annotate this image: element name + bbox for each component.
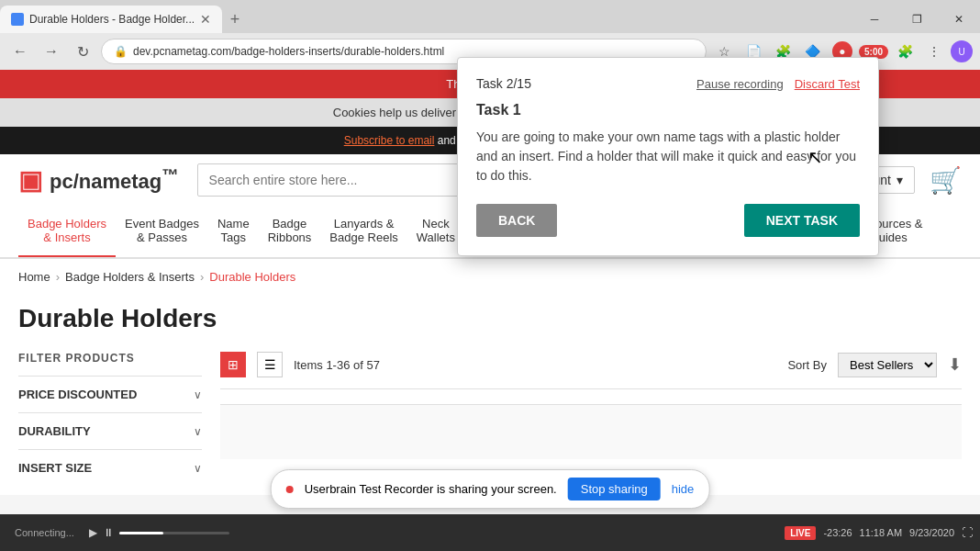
nav-link-lanyards[interactable]: Lanyards &Badge Reels <box>320 206 406 255</box>
play-icon[interactable]: ▶ <box>89 526 97 539</box>
filter-group-insert-size[interactable]: INSERT SIZE ∨ <box>18 449 202 486</box>
filter-durability-chevron: ∨ <box>194 425 202 438</box>
subscribe-link[interactable]: Subscribe to email <box>344 134 435 147</box>
back-nav-button[interactable]: ← <box>7 39 33 64</box>
screen-share-text: Userbrain Test Recorder is sharing your … <box>305 482 557 496</box>
screen-share-bar: Userbrain Test Recorder is sharing your … <box>271 469 710 509</box>
filter-title: FILTER PRODUCTS <box>18 352 202 365</box>
nav-link-badge-ribbons[interactable]: BadgeRibbons <box>259 206 321 255</box>
task-popup-header: Task 2/15 Pause recording Discard Test <box>476 76 860 91</box>
taskbar-right: LIVE -23:26 11:18 AM 9/23/2020 ⛶ <box>785 526 973 540</box>
sort-label: Sort By <box>787 358 827 372</box>
hide-link[interactable]: hide <box>672 482 695 496</box>
cart-icon[interactable]: 🛒 <box>930 165 962 196</box>
sort-select[interactable]: Best Sellers <box>838 353 937 377</box>
nav-link-name-tags[interactable]: NameTags <box>208 206 259 255</box>
product-layout: FILTER PRODUCTS PRICE DISCOUNTED ∨ DURAB… <box>18 352 962 486</box>
pause-recording-link[interactable]: Pause recording <box>696 77 784 91</box>
task-buttons: BACK NEXT TASK <box>476 204 860 237</box>
nav-link-event-badges[interactable]: Event Badges& Passes <box>116 206 208 255</box>
nav-link-badge-holders[interactable]: Badge Holders& Inserts <box>18 206 116 257</box>
forward-nav-button[interactable]: → <box>39 39 64 64</box>
nav-item-event-badges[interactable]: Event Badges& Passes <box>116 206 208 257</box>
logo-tm: ™ <box>161 165 178 185</box>
filter-durability-label: DURABILITY <box>18 424 91 438</box>
tab-title: Durable Holders - Badge Holder... <box>29 13 195 26</box>
list-view-button[interactable]: ☰ <box>257 352 283 377</box>
timer-text: -23:26 <box>823 527 852 538</box>
stop-icon[interactable]: ⏸ <box>103 526 114 539</box>
filter-sidebar: FILTER PRODUCTS PRICE DISCOUNTED ∨ DURAB… <box>18 352 202 486</box>
tab-bar: Durable Holders - Badge Holder... ✕ + ─ … <box>0 0 980 33</box>
task-title: Task 1 <box>476 102 860 118</box>
grid-view-button[interactable]: ⊞ <box>220 352 246 377</box>
puzzle-icon[interactable]: 🧩 <box>892 39 918 64</box>
filter-group-durability[interactable]: DURABILITY ∨ <box>18 412 202 449</box>
back-button[interactable]: BACK <box>476 204 557 237</box>
progress-bar[interactable] <box>119 532 229 534</box>
nav-item-name-tags[interactable]: NameTags <box>208 206 259 257</box>
share-dot-icon <box>286 486 294 493</box>
filter-insert-size-chevron: ∨ <box>194 462 202 475</box>
logo-text: pc/nametag™ <box>50 165 179 194</box>
progress-fill <box>119 532 163 534</box>
new-tab-button[interactable]: + <box>222 6 248 32</box>
filter-insert-size-label: INSERT SIZE <box>18 461 92 475</box>
user-avatar[interactable]: U <box>951 40 973 62</box>
minimize-button[interactable]: ─ <box>853 3 896 36</box>
breadcrumb-sep1: › <box>56 270 60 284</box>
page-title: Durable Holders <box>18 304 962 333</box>
breadcrumb-current: Durable Holders <box>209 270 295 284</box>
taskbar-left: Connecting... ▶ ⏸ <box>7 523 781 542</box>
filter-price-label: PRICE DISCOUNTED <box>18 388 137 401</box>
tab-favicon <box>11 13 24 26</box>
items-count: Items 1-36 of 57 <box>294 358 776 372</box>
window-controls: ─ ❐ ✕ <box>853 3 980 36</box>
tab-close-button[interactable]: ✕ <box>200 12 211 27</box>
nav-item-lanyards[interactable]: Lanyards &Badge Reels <box>320 206 406 257</box>
close-button[interactable]: ✕ <box>938 3 980 36</box>
nav-item-badge-holders[interactable]: Badge Holders& Inserts <box>18 206 116 257</box>
my-account-chevron: ▾ <box>896 173 903 187</box>
nav-item-neck-wallets[interactable]: NeckWallets <box>407 206 464 257</box>
more-icon[interactable]: ⋮ <box>921 39 947 64</box>
live-badge: LIVE <box>785 526 816 540</box>
active-tab[interactable]: Durable Holders - Badge Holder... ✕ <box>0 6 222 33</box>
filter-price-chevron: ∨ <box>194 388 202 401</box>
breadcrumb-sep2: › <box>200 270 204 284</box>
playback-controls: ▶ ⏸ <box>89 526 229 539</box>
cursor-pointer: ↖ <box>807 146 823 168</box>
url-text: dev.pcnametag.com/badge-holders-inserts/… <box>133 45 695 58</box>
expand-icon[interactable]: ⛶ <box>962 526 973 539</box>
site-logo[interactable]: ▣ pc/nametag™ <box>18 165 179 196</box>
product-grid <box>220 404 962 459</box>
nav-link-neck-wallets[interactable]: NeckWallets <box>407 206 464 255</box>
breadcrumb: Home › Badge Holders & Inserts › Durable… <box>0 259 980 295</box>
sort-arrow-icon[interactable]: ⬇ <box>948 354 962 375</box>
lock-icon: 🔒 <box>113 44 128 59</box>
task-popup-actions: Pause recording Discard Test <box>696 77 860 91</box>
reload-button[interactable]: ↻ <box>70 39 95 64</box>
task-popup: Task 2/15 Pause recording Discard Test T… <box>457 57 879 256</box>
clock-text: 11:18 AM <box>860 527 902 538</box>
stop-sharing-button[interactable]: Stop sharing <box>568 478 661 500</box>
breadcrumb-parent[interactable]: Badge Holders & Inserts <box>65 270 195 284</box>
nav-item-badge-ribbons[interactable]: BadgeRibbons <box>259 206 321 257</box>
logo-icon: ▣ <box>18 165 42 196</box>
connecting-text: Connecting... <box>7 523 82 542</box>
filter-group-price[interactable]: PRICE DISCOUNTED ∨ <box>18 376 202 412</box>
task-counter: Task 2/15 <box>476 76 531 91</box>
product-toolbar: ⊞ ☰ Items 1-36 of 57 Sort By Best Seller… <box>220 352 962 389</box>
next-task-button[interactable]: NEXT TASK <box>744 204 860 237</box>
discard-test-link[interactable]: Discard Test <box>795 77 860 91</box>
page-content: Durable Holders FILTER PRODUCTS PRICE DI… <box>0 295 980 495</box>
task-description: You are going to make your own name tags… <box>476 128 860 186</box>
breadcrumb-home[interactable]: Home <box>18 270 50 284</box>
product-area: ⊞ ☰ Items 1-36 of 57 Sort By Best Seller… <box>220 352 962 486</box>
restore-button[interactable]: ❐ <box>896 3 938 36</box>
taskbar: Connecting... ▶ ⏸ LIVE -23:26 11:18 AM 9… <box>0 514 980 551</box>
date-text: 9/23/2020 <box>909 527 954 538</box>
